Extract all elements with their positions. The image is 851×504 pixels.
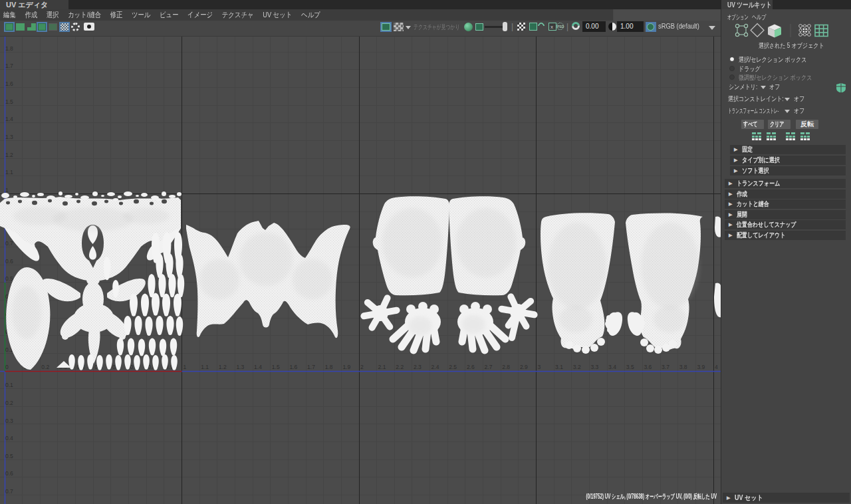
svg-text:3.5: 3.5 [626, 364, 634, 370]
svg-text:1.8: 1.8 [5, 45, 13, 52]
svg-text:0.5: 0.5 [5, 275, 13, 282]
svg-text:1.1: 1.1 [5, 169, 13, 176]
svg-text:1.4: 1.4 [254, 364, 262, 370]
svg-text:2.2: 2.2 [396, 364, 404, 370]
svg-text:0: 0 [5, 364, 9, 370]
svg-text:2.7: 2.7 [485, 364, 493, 370]
svg-text:0.7: 0.7 [5, 240, 13, 247]
svg-text:1.6: 1.6 [289, 364, 297, 370]
svg-text:3.6: 3.6 [644, 364, 652, 370]
svg-text:2.3: 2.3 [414, 364, 422, 370]
svg-text:2: 2 [360, 364, 364, 370]
svg-text:3.7: 3.7 [662, 364, 669, 370]
svg-text:3.3: 3.3 [591, 364, 599, 370]
svg-text:1.7: 1.7 [5, 63, 13, 69]
svg-text:1: 1 [5, 187, 9, 193]
svg-text:0.4: 0.4 [5, 435, 13, 441]
svg-text:2.4: 2.4 [431, 364, 439, 370]
svg-text:3: 3 [538, 364, 541, 370]
svg-text:1.7: 1.7 [307, 364, 315, 370]
svg-text:0.3: 0.3 [5, 418, 13, 424]
svg-text:3.9: 3.9 [697, 364, 705, 370]
svg-text:1.9: 1.9 [342, 364, 350, 370]
svg-text:0.5: 0.5 [5, 453, 13, 459]
svg-text:1.2: 1.2 [219, 364, 227, 370]
svg-text:1.4: 1.4 [5, 116, 13, 122]
svg-text:2.1: 2.1 [378, 364, 386, 370]
svg-text:2.6: 2.6 [467, 364, 475, 370]
svg-text:1: 1 [183, 364, 187, 370]
svg-text:1.3: 1.3 [236, 364, 244, 370]
svg-text:3.4: 3.4 [608, 364, 616, 370]
svg-text:3.8: 3.8 [679, 364, 687, 370]
svg-text:3.2: 3.2 [573, 364, 581, 370]
svg-text:0.6: 0.6 [5, 258, 13, 265]
svg-text:4: 4 [715, 364, 718, 370]
svg-text:1.1: 1.1 [201, 364, 209, 370]
svg-text:1.5: 1.5 [5, 98, 13, 105]
svg-text:0.2: 0.2 [41, 364, 49, 370]
svg-text:3.1: 3.1 [555, 364, 563, 370]
svg-text:2.5: 2.5 [449, 364, 457, 370]
svg-text:1.8: 1.8 [325, 364, 333, 370]
svg-text:0.1: 0.1 [5, 382, 13, 388]
svg-text:1.6: 1.6 [5, 80, 13, 87]
svg-text:0.6: 0.6 [5, 470, 13, 477]
svg-text:2.9: 2.9 [520, 364, 528, 370]
svg-text:1.2: 1.2 [5, 152, 13, 158]
svg-text:0.2: 0.2 [5, 400, 13, 406]
svg-text:1.5: 1.5 [272, 364, 280, 370]
svg-text:1.3: 1.3 [5, 134, 13, 140]
svg-text:2.8: 2.8 [502, 364, 510, 370]
